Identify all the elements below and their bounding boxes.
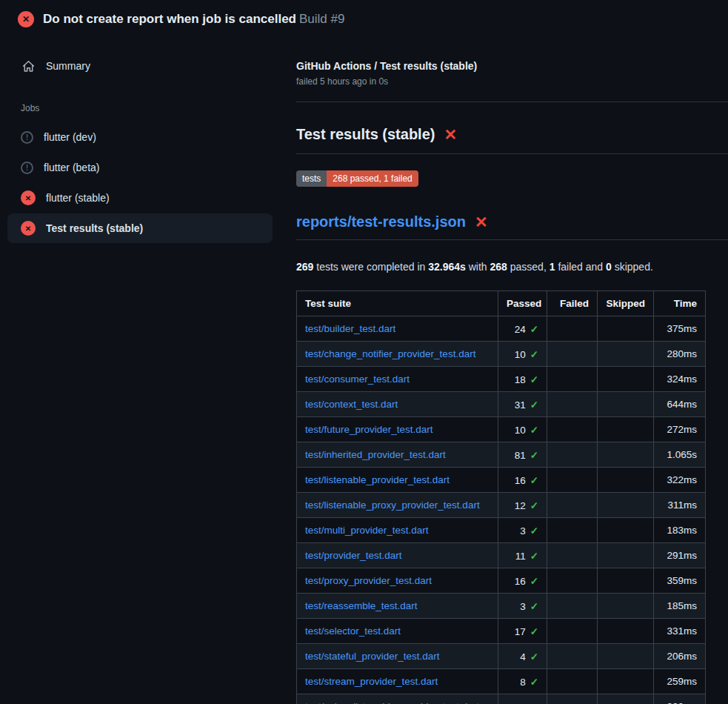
time-cell: 206ms — [654, 644, 706, 669]
skipped-cell — [598, 669, 654, 694]
passed-cell: 24✓ — [498, 316, 547, 342]
skipped-cell — [598, 594, 654, 619]
summary-part: failed and — [555, 261, 607, 273]
table-row: test/change_notifier_provider_test.dart1… — [297, 342, 706, 367]
skipped-cell — [598, 568, 654, 594]
badge-label: tests — [296, 170, 327, 187]
section-title: Test results (stable) — [296, 126, 435, 143]
report-file-link[interactable]: reports/test-results.json — [296, 213, 466, 230]
tests-summary-text: 269 tests were completed in 32.964s with… — [296, 261, 728, 273]
sidebar-item-job-0[interactable]: !flutter (dev) — [7, 122, 273, 152]
failed-x-icon: ✕ — [475, 214, 488, 230]
check-icon: ✓ — [530, 425, 538, 436]
column-header-time: Time — [654, 291, 706, 316]
jobs-list: !flutter (dev)!flutter (beta)✕flutter (s… — [0, 122, 281, 243]
test-suite-link[interactable]: test/builder_test.dart — [297, 316, 498, 342]
failed-cell — [547, 316, 598, 342]
passed-cell: 8✓ — [498, 669, 547, 694]
time-cell: 259ms — [654, 669, 706, 694]
check-icon: ✓ — [530, 576, 538, 587]
passed-cell: 3✓ — [498, 594, 547, 619]
sidebar-item-label: flutter (dev) — [44, 131, 96, 143]
failed-cell — [547, 392, 598, 417]
test-suite-link[interactable]: test/stream_provider_test.dart — [297, 669, 498, 694]
summary-part: 0 — [606, 261, 612, 273]
skipped-cell — [598, 543, 654, 568]
report-title-row: reports/test-results.json ✕ — [296, 213, 728, 230]
test-suite-link[interactable]: test/inherited_provider_test.dart — [297, 442, 498, 468]
table-row: test/listenable_proxy_provider_test.dart… — [297, 493, 706, 518]
time-cell: 375ms — [654, 316, 706, 342]
test-suite-link[interactable]: test/change_notifier_provider_test.dart — [297, 342, 498, 367]
summary-part: 269 — [296, 261, 313, 273]
test-suite-link[interactable]: test/reassemble_test.dart — [297, 594, 498, 619]
skipped-cell — [598, 417, 654, 442]
sidebar-item-job-3[interactable]: ✕Test results (stable) — [7, 213, 273, 243]
summary-part: 268 — [490, 261, 507, 273]
check-icon: ✓ — [530, 626, 538, 637]
table-row: test/consumer_test.dart18✓324ms — [297, 367, 706, 392]
check-icon: ✓ — [530, 651, 538, 663]
time-cell: 1.065s — [654, 442, 706, 468]
failed-cell — [547, 594, 598, 619]
skipped-cell — [598, 644, 654, 669]
table-row: test/stream_provider_test.dart8✓259ms — [297, 669, 706, 694]
test-results-table: Test suitePassedFailedSkippedTime test/b… — [296, 290, 706, 704]
table-row: test/provider_test.dart11✓291ms — [297, 543, 706, 568]
skipped-cell — [598, 367, 654, 392]
time-cell: 324ms — [654, 367, 706, 392]
test-suite-link[interactable]: test/listenable_proxy_provider_test.dart — [297, 493, 498, 518]
sidebar-item-job-2[interactable]: ✕flutter (stable) — [7, 183, 273, 213]
failed-cell — [547, 468, 598, 493]
page-title: Do not create report when job is cancell… — [43, 12, 344, 27]
test-suite-link[interactable]: test/value_listenable_provider_test.dart — [297, 694, 498, 704]
check-icon: ✓ — [530, 450, 538, 461]
table-row: test/context_test.dart31✓644ms — [297, 392, 706, 417]
table-row: test/stateful_provider_test.dart4✓206ms — [297, 644, 706, 669]
passed-cell: 16✓ — [498, 468, 547, 493]
breadcrumb: GitHub Actions / Test results (stable) — [296, 60, 728, 72]
run-status-text: failed 5 hours ago in 0s — [296, 76, 728, 87]
failed-cell — [547, 493, 598, 518]
sidebar-item-job-1[interactable]: !flutter (beta) — [7, 153, 273, 182]
column-header-skipped: Skipped — [598, 291, 654, 316]
skipped-cell — [598, 342, 654, 367]
test-suite-link[interactable]: test/future_provider_test.dart — [297, 417, 498, 442]
time-cell: 644ms — [654, 392, 706, 417]
passed-cell: 4✓ — [498, 644, 547, 669]
passed-cell: 18✓ — [498, 367, 547, 392]
job-failed-icon: ✕ — [21, 221, 36, 236]
divider — [296, 102, 728, 102]
check-icon: ✓ — [530, 349, 538, 360]
sidebar-item-summary[interactable]: Summary — [7, 51, 273, 81]
table-row: test/multi_provider_test.dart3✓183ms — [297, 518, 706, 543]
summary-part: 1 — [550, 261, 555, 273]
check-icon: ✓ — [530, 374, 538, 385]
test-suite-link[interactable]: test/stateful_provider_test.dart — [297, 644, 498, 669]
tests-status-badge: tests 268 passed, 1 failed — [296, 170, 418, 187]
sidebar: Summary Jobs !flutter (dev)!flutter (bet… — [0, 35, 281, 243]
test-suite-link[interactable]: test/listenable_provider_test.dart — [297, 468, 498, 493]
column-header-test-suite: Test suite — [297, 291, 498, 316]
test-suite-link[interactable]: test/context_test.dart — [297, 392, 498, 417]
test-suite-link[interactable]: test/consumer_test.dart — [297, 367, 498, 392]
passed-cell: 12✓ — [498, 493, 547, 518]
check-icon: ✓ — [530, 677, 538, 688]
skipped-cell — [598, 518, 654, 543]
passed-cell: 10✓ — [498, 417, 547, 442]
build-header: ✕ Do not create report when job is cance… — [0, 0, 728, 35]
summary-part: tests were completed in — [313, 261, 428, 273]
test-suite-link[interactable]: test/multi_provider_test.dart — [297, 518, 498, 543]
table-row: test/listenable_provider_test.dart16✓322… — [297, 468, 706, 493]
time-cell: 302ms — [654, 694, 706, 704]
test-suite-link[interactable]: test/proxy_provider_test.dart — [297, 568, 498, 594]
skipped-cell — [598, 493, 654, 518]
summary-part: 32.964s — [428, 261, 466, 273]
failed-cell — [547, 342, 598, 367]
test-suite-link[interactable]: test/provider_test.dart — [297, 543, 498, 568]
failed-x-icon: ✕ — [444, 127, 457, 142]
sidebar-item-label: Summary — [46, 60, 90, 72]
table-row: test/proxy_provider_test.dart16✓359ms — [297, 568, 706, 594]
test-suite-link[interactable]: test/selector_test.dart — [297, 619, 498, 644]
failed-cell — [547, 619, 598, 644]
